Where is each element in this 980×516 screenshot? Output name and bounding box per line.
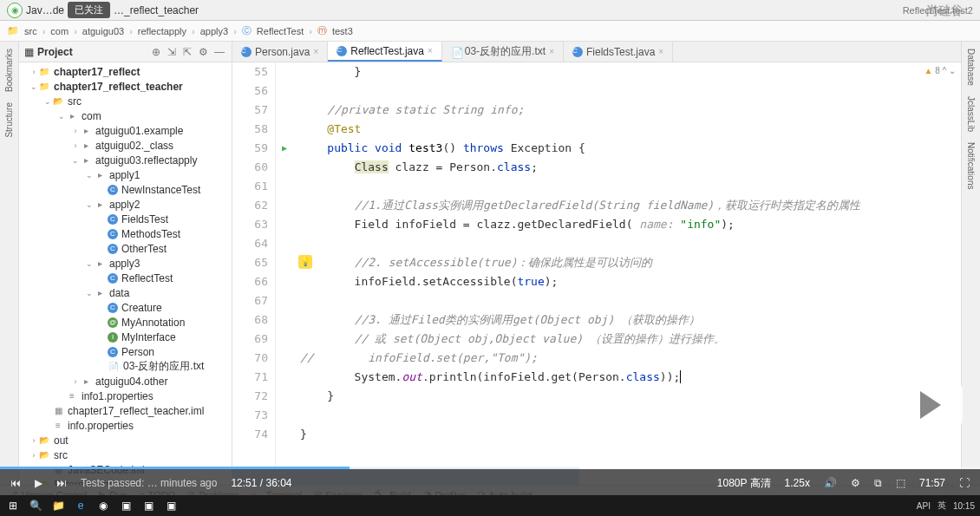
tree-item[interactable]: COtherTest <box>19 241 232 256</box>
play-icon <box>920 391 941 419</box>
tree-item[interactable]: CPerson <box>19 344 232 359</box>
next-icon[interactable]: ⏭ <box>56 477 67 489</box>
tree-item[interactable]: CReflectTest <box>19 271 232 285</box>
code-area[interactable]: 5556575859606162636465666768697071727374… <box>232 62 961 485</box>
run-gutter[interactable]: ▶ <box>276 62 293 485</box>
project-tree[interactable]: ›📁chapter17_reflect⌄📁chapter17_reflect_t… <box>19 62 232 485</box>
play-overlay-button[interactable] <box>893 381 963 429</box>
settings-icon[interactable]: ⚙ <box>851 477 860 489</box>
tree-item[interactable]: @MyAnnotation <box>19 315 232 330</box>
rail-database[interactable]: Database <box>966 49 976 86</box>
breadcrumb[interactable]: 📁 src› com› atguigu03› reflectapply› app… <box>0 21 980 42</box>
pip-icon[interactable]: ⧉ <box>874 477 882 489</box>
video-quality[interactable]: 1080P 高清 <box>717 476 771 491</box>
start-icon[interactable]: ⊞ <box>5 498 21 513</box>
editor-tab[interactable]: 📄03-反射的应用.txt× <box>442 42 564 62</box>
tree-item[interactable]: ›📂out <box>19 433 232 447</box>
tree-item[interactable]: ⌄📂src <box>19 94 232 108</box>
editor-tab[interactable]: CPerson.java× <box>232 42 328 62</box>
project-icon: ▦ <box>24 46 34 58</box>
app-icon[interactable]: ▣ <box>140 498 156 513</box>
fullscreen-icon[interactable]: ⛶ <box>959 477 970 489</box>
rail-notifications[interactable]: Notifications <box>966 142 976 189</box>
breadcrumb-item[interactable]: atguigu03 <box>82 26 124 36</box>
collapse-icon[interactable]: ⇱ <box>183 46 195 58</box>
prev-icon[interactable]: ⏮ <box>10 477 21 489</box>
tree-item[interactable]: CNewInstanceTest <box>19 182 232 197</box>
breadcrumb-item[interactable]: ReflectTest <box>257 26 304 36</box>
taskbar-ime[interactable]: 英 <box>938 500 946 512</box>
rail-jclasslib[interactable]: JclassLib <box>966 96 976 132</box>
project-panel: ▦ Project ⊕ ⇲ ⇱ ⚙ — ›📁chapter17_reflect⌄… <box>19 42 232 485</box>
play-icon[interactable]: ▶ <box>35 477 42 489</box>
tree-item[interactable]: ›▸atguigu02._class <box>19 138 232 153</box>
wide-icon[interactable]: ⬚ <box>896 477 905 489</box>
windows-taskbar[interactable]: ⊞ 🔍 📁 e ◉ ▣ ▣ ▣ API 英 10:15 <box>0 495 980 516</box>
breadcrumb-item[interactable]: src <box>24 26 37 36</box>
editor-tabs[interactable]: CPerson.java×CReflectTest.java×📄03-反射的应用… <box>232 42 961 62</box>
tree-item[interactable]: ⌄▸apply1 <box>19 167 232 182</box>
project-name-label: Jav…de <box>26 4 64 16</box>
breadcrumb-item[interactable]: test3 <box>332 26 353 36</box>
close-icon[interactable]: × <box>428 46 433 56</box>
breadcrumb-item[interactable]: apply3 <box>200 26 228 36</box>
tree-item[interactable]: ≡info1.properties <box>19 389 232 403</box>
tree-item[interactable]: CCreature <box>19 300 232 315</box>
tree-item[interactable]: ⌄📁chapter17_reflect_teacher <box>19 79 232 94</box>
folder-icon: 📁 <box>7 25 19 36</box>
close-icon[interactable]: × <box>658 47 663 56</box>
app-icon[interactable]: ▣ <box>163 498 179 513</box>
watermark-top: 尚硅谷 <box>926 3 963 19</box>
close-icon[interactable]: × <box>549 47 554 56</box>
video-progress-track[interactable] <box>0 467 980 469</box>
volume-icon[interactable]: 🔊 <box>824 477 837 489</box>
edge-icon[interactable]: e <box>73 498 88 513</box>
tree-item[interactable]: ⌄▸com <box>19 108 232 123</box>
tree-item[interactable]: ›📁chapter17_reflect <box>19 64 232 79</box>
test-status-overlay: Tests passed: … minutes ago <box>81 477 217 489</box>
tree-item[interactable]: IMyInterface <box>19 330 232 344</box>
tree-item[interactable]: ⌄▸data <box>19 285 232 300</box>
tree-item[interactable]: ›📂src <box>19 447 232 462</box>
tree-item[interactable]: ›▸atguigu04.other <box>19 374 232 389</box>
tree-item[interactable]: CFieldsTest <box>19 212 232 226</box>
tree-item[interactable]: ⌄▸atguigu03.reflectapply <box>19 153 232 167</box>
rail-bookmarks[interactable]: Bookmarks <box>4 49 14 92</box>
breadcrumb-item[interactable]: reflectapply <box>138 26 186 36</box>
tree-item[interactable]: ⌄▸apply3 <box>19 256 232 271</box>
expand-icon[interactable]: ⇲ <box>167 46 180 58</box>
search-icon[interactable]: 🔍 <box>28 498 43 513</box>
tree-item[interactable]: 📄03-反射的应用.txt <box>19 359 232 374</box>
tree-item[interactable]: CMethodsTest <box>19 226 232 241</box>
followed-badge: 已关注 <box>68 2 110 18</box>
method-icon: ⓜ <box>317 24 327 37</box>
editor-tab[interactable]: CFieldsTest.java× <box>564 42 673 62</box>
explorer-icon[interactable]: 📁 <box>50 498 66 513</box>
settings-icon[interactable]: ⚙ <box>199 46 211 58</box>
window-titlebar: ◉ Jav…de 已关注 …_reflect_teacher ReflectTe… <box>0 0 980 21</box>
select-opened-icon[interactable]: ⊕ <box>152 46 164 58</box>
chrome-icon[interactable]: ◉ <box>95 498 111 513</box>
editor-tab[interactable]: CReflectTest.java× <box>328 42 442 62</box>
app-logo-icon: ◉ <box>7 3 23 18</box>
video-remaining: 71:57 <box>919 477 945 489</box>
hide-icon[interactable]: — <box>214 46 226 58</box>
taskbar-api: API <box>917 501 931 511</box>
tree-item[interactable]: ▦chapter17_reflect_teacher.iml <box>19 403 232 418</box>
close-icon[interactable]: × <box>313 47 318 56</box>
breadcrumb-item[interactable]: com <box>50 26 69 36</box>
line-gutter: 5556575859606162636465666768697071727374 <box>232 62 276 485</box>
app-icon[interactable]: ▣ <box>118 498 134 513</box>
intention-bulb-icon[interactable]: 💡 <box>298 255 312 269</box>
left-tool-rail: Bookmarks Structure <box>0 42 19 485</box>
breadcrumb-root: …_reflect_teacher <box>114 4 199 16</box>
tree-item[interactable]: ›▸atguigu01.example <box>19 123 232 138</box>
tree-item[interactable]: ⌄▸apply2 <box>19 197 232 212</box>
video-speed[interactable]: 1.25x <box>785 477 810 489</box>
rail-structure[interactable]: Structure <box>4 102 14 138</box>
code-text[interactable]: } //private static String info; @Test pu… <box>293 62 961 485</box>
video-control-bar[interactable]: ⏮ ▶ ⏭ Tests passed: … minutes ago 12:51 … <box>0 469 980 497</box>
tree-item[interactable]: ≡info.properties <box>19 418 232 433</box>
project-panel-header: ▦ Project ⊕ ⇲ ⇱ ⚙ — <box>19 42 232 62</box>
video-progress-fill <box>0 467 350 469</box>
